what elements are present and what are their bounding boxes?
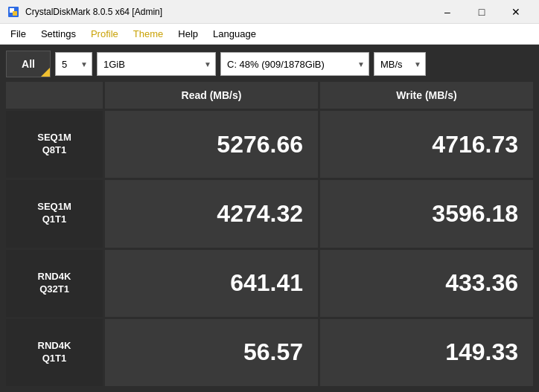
size-dropdown-wrap: 512MiB 1GiB 2GiB 4GiB ▼ (97, 52, 216, 76)
menu-bar: File Settings Profile Theme Help Languag… (0, 24, 539, 45)
window-controls: – □ ✕ (430, 0, 533, 24)
label-seq1m-q1t1: SEQ1M Q1T1 (6, 180, 103, 247)
title-bar: CrystalDiskMark 8.0.5 x64 [Admin] – □ ✕ (0, 0, 539, 24)
menu-file[interactable]: File (3, 25, 34, 42)
value-seq1m-q8t1-read: 5276.66 (105, 111, 318, 178)
value-seq1m-q8t1-write: 4716.73 (320, 111, 533, 178)
app-icon (6, 4, 21, 19)
size-select[interactable]: 512MiB 1GiB 2GiB 4GiB (97, 52, 216, 76)
corner-cell (6, 82, 103, 109)
drive-select[interactable]: C: 48% (909/1878GiB) (220, 52, 369, 76)
window-title: CrystalDiskMark 8.0.5 x64 [Admin] (25, 7, 430, 17)
menu-help[interactable]: Help (170, 25, 205, 42)
label-seq1m-q8t1: SEQ1M Q8T1 (6, 111, 103, 178)
menu-settings[interactable]: Settings (34, 25, 83, 42)
header-write: Write (MB/s) (320, 82, 533, 109)
menu-profile[interactable]: Profile (83, 25, 126, 42)
count-select[interactable]: 1 3 5 9 (55, 52, 92, 76)
value-rnd4k-q32t1-read: 641.41 (105, 250, 318, 317)
unit-dropdown-wrap: MB/s GB/s IOPS μs ▼ (374, 52, 426, 76)
all-button[interactable]: All (6, 51, 51, 77)
value-seq1m-q1t1-write: 3596.18 (320, 180, 533, 247)
menu-theme[interactable]: Theme (126, 25, 170, 42)
maximize-button[interactable]: □ (465, 0, 499, 24)
benchmark-table: Read (MB/s) Write (MB/s) SEQ1M Q8T1 5276… (6, 82, 533, 386)
label-rnd4k-q1t1: RND4K Q1T1 (6, 319, 103, 386)
minimize-button[interactable]: – (430, 0, 465, 24)
unit-select[interactable]: MB/s GB/s IOPS μs (374, 52, 426, 76)
value-rnd4k-q1t1-write: 149.33 (320, 319, 533, 386)
main-area: All 1 3 5 9 ▼ 512MiB 1GiB 2GiB 4GiB ▼ C:… (0, 45, 539, 392)
menu-language[interactable]: Language (205, 25, 264, 42)
drive-dropdown-wrap: C: 48% (909/1878GiB) ▼ (220, 52, 369, 76)
value-rnd4k-q1t1-read: 56.57 (105, 319, 318, 386)
close-button[interactable]: ✕ (499, 0, 533, 24)
header-read: Read (MB/s) (105, 82, 318, 109)
count-dropdown-wrap: 1 3 5 9 ▼ (55, 52, 92, 76)
value-seq1m-q1t1-read: 4274.32 (105, 180, 318, 247)
toolbar: All 1 3 5 9 ▼ 512MiB 1GiB 2GiB 4GiB ▼ C:… (6, 51, 533, 77)
label-rnd4k-q32t1: RND4K Q32T1 (6, 250, 103, 317)
svg-rect-2 (13, 11, 17, 16)
value-rnd4k-q32t1-write: 433.36 (320, 250, 533, 317)
